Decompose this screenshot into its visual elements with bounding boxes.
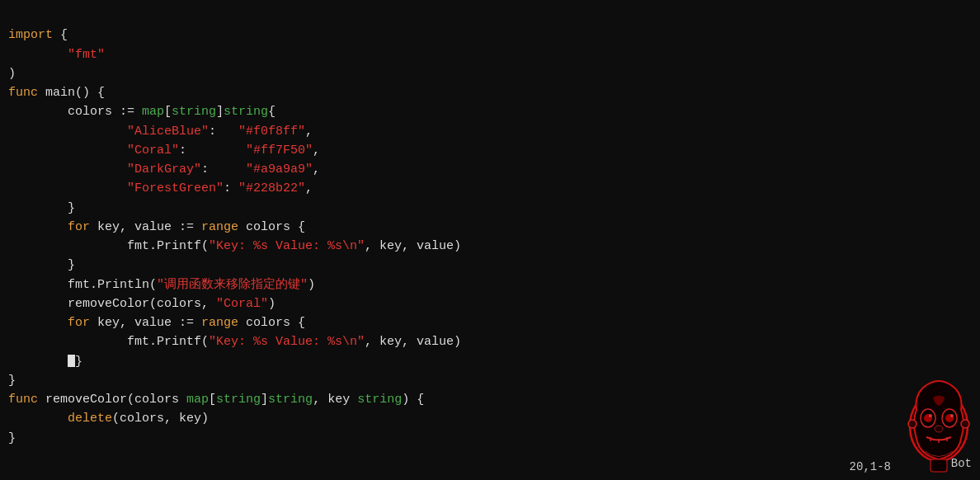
keyword-string5: string xyxy=(357,393,402,407)
val-coral: "#ff7F50" xyxy=(246,144,313,158)
arg-coral: "Coral" xyxy=(216,297,268,311)
keyword-delete: delete xyxy=(68,412,112,426)
keyword-map2: map xyxy=(186,393,209,407)
svg-point-11 xyxy=(908,420,916,428)
keyword-string4: string xyxy=(268,393,313,407)
keyword-string3: string xyxy=(216,393,261,407)
bot-overlay: Bot xyxy=(898,345,980,480)
keyword-range1: range xyxy=(201,220,238,234)
val-darkgray: "#a9a9a9" xyxy=(246,162,313,176)
key-forestgreen: "ForestGreen" xyxy=(127,181,224,195)
keyword-range2: range xyxy=(201,316,238,330)
key-aliceblue: "AliceBlue" xyxy=(127,125,209,139)
svg-point-5 xyxy=(929,414,932,417)
printf-fmt1: "Key: %s Value: %s\n" xyxy=(209,239,365,253)
cursor-position: 20,1-8 xyxy=(850,460,891,473)
svg-point-6 xyxy=(950,414,954,417)
keyword-import: import xyxy=(8,28,53,42)
svg-rect-13 xyxy=(931,459,947,472)
keyword-func: func xyxy=(8,86,38,100)
svg-point-12 xyxy=(961,420,969,428)
key-coral: "Coral" xyxy=(127,144,179,158)
printf-fmt2: "Key: %s Value: %s\n" xyxy=(209,335,365,349)
cursor xyxy=(68,355,75,367)
keyword-func2: func xyxy=(8,393,38,407)
code-editor[interactable]: import { "fmt" ) func main() { colors :=… xyxy=(0,0,980,454)
status-bar: 20,1-8 xyxy=(843,455,898,480)
println-chinese: "调用函数来移除指定的键" xyxy=(157,278,308,292)
keyword-for1: for xyxy=(68,220,90,234)
key-darkgray: "DarkGray" xyxy=(127,162,201,176)
string-fmt: "fmt" xyxy=(68,48,105,62)
keyword-string2: string xyxy=(224,105,268,119)
keyword-map: map xyxy=(142,105,164,119)
val-forestgreen: "#228b22" xyxy=(238,181,305,195)
val-aliceblue: "#f0f8ff" xyxy=(238,125,305,139)
keyword-for2: for xyxy=(68,316,90,330)
bot-label: Bot xyxy=(951,455,972,473)
svg-point-10 xyxy=(935,426,943,432)
keyword-string1: string xyxy=(172,105,216,119)
